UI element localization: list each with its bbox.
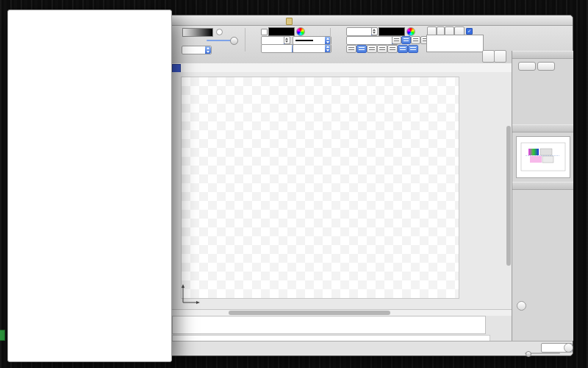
valign-icon bbox=[394, 38, 399, 42]
align-middle-button[interactable] bbox=[398, 45, 408, 53]
size-position-section-header[interactable] bbox=[512, 182, 573, 190]
align-icon bbox=[369, 47, 375, 51]
hatch-pattern-dropdown[interactable] bbox=[7, 10, 172, 362]
vertical-scrollbar[interactable] bbox=[506, 72, 512, 309]
align-justify-button[interactable] bbox=[377, 45, 387, 53]
toolbar-divider bbox=[245, 28, 245, 52]
thumbnail-section-header[interactable] bbox=[512, 124, 573, 132]
technical-drawing[interactable] bbox=[171, 72, 512, 309]
app-window bbox=[169, 15, 573, 356]
layers-section-header[interactable] bbox=[512, 51, 573, 59]
align-icon bbox=[348, 47, 354, 51]
align-icon bbox=[410, 47, 416, 51]
align-top-button[interactable] bbox=[387, 45, 398, 53]
zoom-slider-knob[interactable] bbox=[526, 351, 531, 357]
fill-count-select[interactable] bbox=[182, 46, 212, 54]
line-size-stepper[interactable] bbox=[284, 36, 290, 44]
gradient-radio[interactable] bbox=[216, 29, 223, 35]
align-left-button[interactable] bbox=[346, 45, 356, 53]
font-select[interactable] bbox=[346, 36, 398, 45]
string-textarea[interactable] bbox=[426, 35, 484, 52]
document-icon bbox=[286, 18, 293, 25]
valign-icon bbox=[413, 38, 418, 42]
vscroll-thumb[interactable] bbox=[506, 126, 511, 266]
window-titlebar[interactable] bbox=[170, 15, 573, 26]
align-icon bbox=[359, 47, 365, 51]
color-wheel-icon[interactable] bbox=[296, 27, 305, 36]
align-icon bbox=[390, 47, 395, 51]
horizontal-scrollbar[interactable] bbox=[171, 309, 512, 316]
text-size-stepper[interactable] bbox=[371, 27, 378, 35]
arrow-end-select[interactable] bbox=[293, 44, 331, 53]
help-button[interactable] bbox=[564, 343, 573, 353]
desktop-background bbox=[0, 0, 588, 368]
axis-indicator-icon bbox=[176, 280, 202, 307]
select-stepper-icon bbox=[205, 46, 211, 54]
valign-middle-button[interactable] bbox=[401, 36, 411, 44]
align-icon bbox=[379, 47, 385, 51]
toolbar-divider bbox=[330, 28, 331, 52]
inspector-panel bbox=[512, 51, 573, 341]
thumbnail-preview bbox=[516, 136, 570, 178]
valign-icon bbox=[404, 38, 409, 42]
valign-top-button[interactable] bbox=[392, 36, 401, 44]
align-bottom-button[interactable] bbox=[408, 45, 418, 53]
valign-bottom-button[interactable] bbox=[411, 36, 420, 44]
fill-gradient-swatch[interactable] bbox=[182, 28, 213, 37]
remove-layer-button[interactable] bbox=[537, 62, 555, 71]
add-button[interactable] bbox=[494, 50, 506, 63]
thumbnail-drawing bbox=[517, 137, 570, 177]
text-color-swatch[interactable] bbox=[379, 27, 405, 36]
align-icon bbox=[400, 47, 406, 51]
bottom-edit-strip[interactable] bbox=[172, 316, 486, 334]
hscroll-thumb[interactable] bbox=[229, 311, 390, 315]
status-bar bbox=[170, 341, 573, 355]
size-position-help-button[interactable] bbox=[517, 301, 526, 311]
settings-button[interactable] bbox=[482, 50, 495, 63]
wrap-checkbox[interactable] bbox=[466, 28, 473, 35]
opacity-slider-knob[interactable] bbox=[230, 37, 238, 45]
add-layer-button[interactable] bbox=[518, 62, 536, 71]
line-color-swatch[interactable] bbox=[268, 27, 295, 36]
align-right-button[interactable] bbox=[367, 45, 377, 53]
color-wheel-icon[interactable] bbox=[406, 27, 415, 36]
desktop-icon-fragment bbox=[0, 330, 5, 341]
drawing-canvas[interactable] bbox=[171, 72, 512, 309]
line-checkbox[interactable] bbox=[261, 29, 268, 35]
line-style-preview bbox=[295, 40, 313, 41]
align-center-button[interactable] bbox=[356, 45, 367, 53]
